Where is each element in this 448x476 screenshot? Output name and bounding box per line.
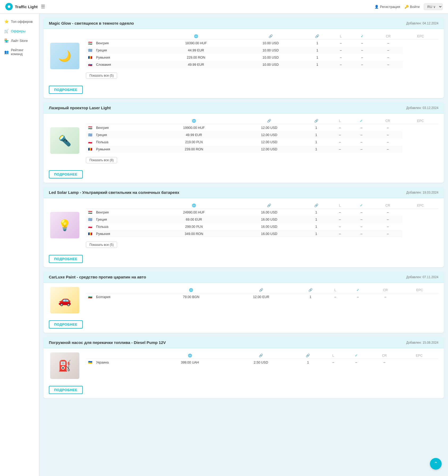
- table-row: 🇧🇬 Болгария 79.00 BGN 12.00 EUR 1 – – –: [86, 293, 438, 301]
- th-epc: EPC: [402, 118, 438, 124]
- epc-cell: –: [373, 146, 403, 153]
- sidebar-item-lite-store[interactable]: 🏪 Лайт Store: [0, 36, 39, 45]
- th-flag: [86, 287, 94, 293]
- cr-dash-cell: –: [331, 61, 351, 68]
- offer-footer-magic-glow: ПОДРОБНЕЕ: [44, 83, 444, 98]
- offer-table-col-laser-light: 🌐 🔗 🔗 L ✓ CR EPC: [86, 118, 438, 163]
- details-button-diesel-pump[interactable]: ПОДРОБНЕЕ: [49, 386, 83, 394]
- th-country: [94, 33, 154, 40]
- price-cell: 239.00 RON: [152, 146, 236, 153]
- cr-dash-cell: –: [330, 131, 350, 138]
- th-check: ✓: [346, 287, 370, 293]
- country-cell: Польша: [94, 138, 152, 146]
- table-row: 🇺🇦 Украина 399.00 UAH 2.50 USD 1 – – –: [86, 359, 438, 366]
- sidebar-item-offers[interactable]: 🛒 Офферы: [0, 26, 39, 36]
- price-cell: 24990.00 HUF: [152, 209, 236, 216]
- login-button[interactable]: 🔑 Войти: [404, 5, 420, 9]
- offer-footer-carluxe-paint: ПОДРОБНЕЕ: [44, 318, 444, 333]
- th-link2: 🔗: [303, 118, 330, 124]
- offer-header-laser-light: Лазерный проектор Laser Light Добавлен: …: [44, 102, 444, 113]
- cr-cell: –: [350, 216, 373, 223]
- globe-icon: 🌐: [189, 288, 193, 292]
- payout-cell: 16.00 USD: [236, 216, 303, 223]
- offer-image-led-solar-lamp: 💡: [50, 212, 79, 238]
- sidebar-item-top-offers[interactable]: ⭐ Топ офферов: [0, 17, 39, 26]
- epc-cell: –: [370, 293, 401, 301]
- show-all-button-laser-light[interactable]: Показать все (8): [86, 157, 117, 163]
- show-all-button-magic-glow[interactable]: Показать все (5): [86, 72, 117, 79]
- epc-cell: –: [373, 216, 403, 223]
- register-button[interactable]: 👤 Регистрация: [374, 5, 400, 9]
- th-globe: 🌐: [156, 287, 226, 293]
- offer-card-diesel-pump: Погружной насос для перекачки топлива - …: [44, 337, 444, 398]
- offer-title-carluxe-paint: CarLuxe Paint - средство против царапин …: [49, 275, 146, 279]
- price-cell: 219.00 PLN: [152, 138, 236, 146]
- offer-date-led-solar-lamp: Добавлен: 19.03.2024: [406, 191, 438, 194]
- cr-dash-cell: –: [330, 209, 350, 216]
- offer-table-carluxe-paint: 🌐 🔗 🔗 L ✓ CR EPC: [86, 287, 438, 300]
- language-selector[interactable]: RU ∨: [424, 3, 443, 10]
- details-button-laser-light[interactable]: ПОДРОБНЕЕ: [49, 170, 83, 178]
- payout-cell: 2.50 USD: [229, 359, 293, 366]
- details-button-led-solar-lamp[interactable]: ПОДРОБНЕЕ: [49, 255, 83, 263]
- globe-icon: 🌐: [194, 34, 198, 38]
- th-epc: EPC: [402, 202, 438, 209]
- th-check: ✓: [344, 352, 369, 359]
- show-all-button-led-solar-lamp[interactable]: Показать все (5): [86, 242, 117, 248]
- price-cell: 18390.00 HUF: [154, 40, 238, 47]
- payout-cell: 10.00 USD: [238, 61, 304, 68]
- l-cell: 1: [304, 54, 331, 61]
- th-cr: CR: [373, 118, 403, 124]
- th-globe: 🌐: [154, 33, 238, 40]
- cr-cell: –: [344, 359, 369, 366]
- th-link: 🔗: [226, 287, 296, 293]
- offer-title-laser-light: Лазерный проектор Laser Light: [49, 106, 111, 110]
- sidebar-item-team-rating[interactable]: 👥 Рейтинг команд: [0, 45, 39, 59]
- offer-title-magic-glow: Magic Glow - светящееся в темноте одеяло: [49, 21, 134, 25]
- payout-cell: 10.00 USD: [238, 47, 304, 54]
- offer-card-carluxe-paint: CarLuxe Paint - средство против царапин …: [44, 272, 444, 333]
- offer-table-col-diesel-pump: 🌐 🔗 🔗 L ✓ CR EPC: [86, 352, 438, 379]
- cr-cell: –: [351, 54, 374, 61]
- th-l: L: [325, 287, 346, 293]
- flag-cell: 🇸🇰: [86, 61, 94, 68]
- star-icon: ⭐: [4, 19, 9, 24]
- th-epc: EPC: [401, 287, 438, 293]
- th-l: L: [323, 352, 344, 359]
- link2-icon: 🔗: [314, 204, 318, 207]
- l-cell: 1: [303, 216, 330, 223]
- register-icon: 👤: [374, 5, 379, 9]
- country-cell: Венгрия: [94, 209, 152, 216]
- price-cell: 69.00 EUR: [152, 216, 236, 223]
- country-cell: Греция: [94, 47, 154, 54]
- offers-list: Magic Glow - светящееся в темноте одеяло…: [44, 18, 444, 398]
- cr-dash-cell: –: [325, 293, 346, 301]
- offer-image-carluxe-paint: 🚗: [50, 287, 79, 313]
- scroll-to-top-button[interactable]: ⌃: [430, 458, 442, 470]
- country-cell: Греция: [94, 216, 152, 223]
- price-cell: 79.00 BGN: [156, 293, 226, 301]
- cr-dash-cell: –: [331, 54, 351, 61]
- th-flag: [86, 33, 94, 40]
- hamburger-menu[interactable]: ☰: [41, 4, 45, 10]
- th-check: ✓: [350, 118, 373, 124]
- table-row: 🇭🇺 Венгрия 24990.00 HUF 16.00 USD 1 – – …: [86, 209, 438, 216]
- cr-dash-cell: –: [331, 40, 351, 47]
- cr-cell: –: [346, 293, 370, 301]
- l-cell: 1: [296, 293, 325, 301]
- epc-cell: –: [373, 124, 403, 132]
- flag-cell: 🇬🇷: [86, 216, 94, 223]
- details-button-magic-glow[interactable]: ПОДРОБНЕЕ: [49, 86, 83, 94]
- sidebar-label-team-rating: Рейтинг команд: [11, 48, 35, 56]
- flag-cell: 🇷🇴: [86, 146, 94, 153]
- th-link2: 🔗: [296, 287, 325, 293]
- details-button-carluxe-paint[interactable]: ПОДРОБНЕЕ: [49, 320, 83, 329]
- table-row: 🇸🇰 Словакия 49.99 EUR 10.00 USD 1 – – –: [86, 61, 438, 68]
- price-cell: 399.00 UAH: [151, 359, 229, 366]
- offer-body-magic-glow: 🌙 🌐 🔗: [44, 29, 444, 83]
- offer-image-col-laser-light: 🔦: [49, 118, 81, 163]
- cart-icon: 🛒: [4, 29, 9, 33]
- th-cr: CR: [373, 202, 403, 209]
- epc-cell: –: [373, 230, 403, 237]
- flag-cell: 🇭🇺: [86, 124, 94, 132]
